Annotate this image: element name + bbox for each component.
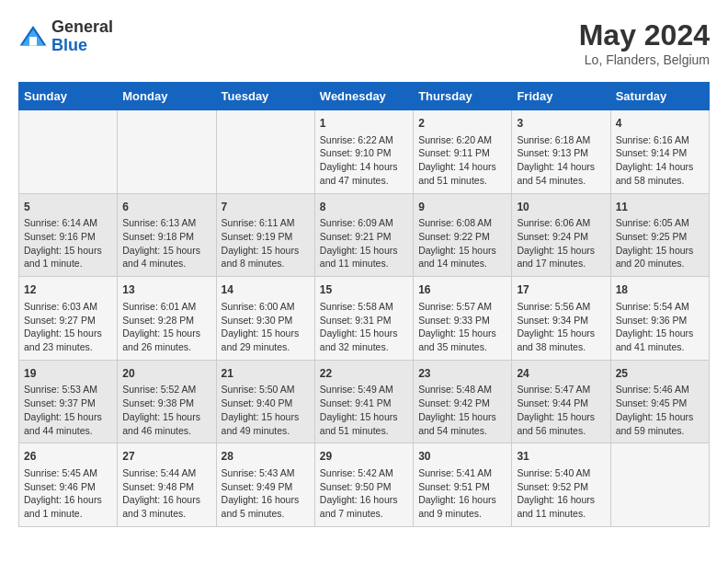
column-header-friday: Friday [512,83,610,110]
day-info-text: Sunset: 9:51 PM [418,480,506,494]
day-info-text: Sunrise: 5:49 AM [320,383,408,396]
day-info-text: Sunset: 9:48 PM [122,480,210,494]
day-number: 30 [418,449,506,465]
day-number: 24 [517,366,605,382]
empty-day-cell [610,443,709,527]
title-block: May 2024 Lo, Flanders, Belgium [579,18,710,67]
day-info-text: Sunrise: 6:11 AM [222,216,310,230]
day-number: 4 [616,116,704,132]
day-info-text: Daylight: 15 hours and 38 minutes. [517,327,605,353]
day-number: 7 [222,200,310,215]
day-number: 17 [517,282,605,298]
day-number: 22 [320,366,408,382]
day-info-text: Sunrise: 5:45 AM [24,466,112,480]
day-info-text: Sunset: 9:46 PM [24,480,112,494]
calendar-day-cell: 13Sunrise: 6:01 AMSunset: 9:28 PMDayligh… [118,277,216,361]
day-info-text: Sunset: 9:16 PM [24,230,112,244]
day-info-text: Sunrise: 5:52 AM [122,383,210,396]
day-info-text: Sunset: 9:40 PM [222,396,310,410]
calendar-day-cell: 27Sunrise: 5:44 AMSunset: 9:48 PMDayligh… [118,443,216,527]
column-header-wednesday: Wednesday [314,83,413,110]
calendar-table: SundayMondayTuesdayWednesdayThursdayFrid… [18,82,710,527]
day-number: 5 [24,200,112,215]
day-info-text: Daylight: 14 hours and 51 minutes. [418,160,506,187]
day-number: 19 [24,366,112,382]
day-info-text: Sunset: 9:30 PM [222,314,310,327]
day-number: 20 [122,366,210,382]
day-info-text: Daylight: 15 hours and 23 minutes. [24,327,112,353]
day-info-text: Sunset: 9:45 PM [616,396,704,410]
day-info-text: Daylight: 15 hours and 26 minutes. [122,327,210,353]
day-info-text: Sunrise: 6:08 AM [418,216,506,230]
calendar-week-row: 26Sunrise: 5:45 AMSunset: 9:46 PMDayligh… [19,443,710,527]
day-info-text: Sunset: 9:14 PM [616,146,704,160]
day-info-text: Sunrise: 5:50 AM [222,383,310,396]
day-info-text: Sunrise: 6:22 AM [320,133,408,147]
day-info-text: Sunrise: 6:18 AM [517,133,605,147]
calendar-day-cell: 21Sunrise: 5:50 AMSunset: 9:40 PMDayligh… [216,360,314,443]
day-info-text: Sunset: 9:10 PM [320,146,408,160]
day-info-text: Daylight: 15 hours and 46 minutes. [122,410,210,437]
empty-day-cell [19,110,118,194]
day-number: 11 [616,200,704,215]
day-info-text: Sunset: 9:11 PM [418,146,506,160]
calendar-day-cell: 29Sunrise: 5:42 AMSunset: 9:50 PMDayligh… [314,443,413,527]
calendar-day-cell: 31Sunrise: 5:40 AMSunset: 9:52 PMDayligh… [512,443,610,527]
day-info-text: Sunset: 9:44 PM [517,396,605,410]
day-number: 16 [418,282,506,298]
calendar-day-cell: 20Sunrise: 5:52 AMSunset: 9:38 PMDayligh… [118,360,216,443]
calendar-day-cell: 10Sunrise: 6:06 AMSunset: 9:24 PMDayligh… [512,193,610,277]
calendar-day-cell: 12Sunrise: 6:03 AMSunset: 9:27 PMDayligh… [19,277,118,361]
day-info-text: Sunset: 9:33 PM [418,314,506,327]
day-info-text: Sunrise: 5:44 AM [122,466,210,480]
day-info-text: Daylight: 15 hours and 20 minutes. [616,244,704,270]
day-info-text: Daylight: 15 hours and 51 minutes. [320,410,408,437]
day-info-text: Sunrise: 6:00 AM [222,300,310,314]
logo-text: General Blue [51,18,113,55]
day-info-text: Daylight: 16 hours and 7 minutes. [320,493,408,520]
day-info-text: Sunset: 9:37 PM [24,396,112,410]
day-info-text: Sunrise: 6:05 AM [616,216,704,230]
logo-icon [18,22,48,52]
calendar-day-cell: 11Sunrise: 6:05 AMSunset: 9:25 PMDayligh… [610,193,709,277]
calendar-day-cell: 8Sunrise: 6:09 AMSunset: 9:21 PMDaylight… [314,193,413,277]
day-number: 18 [616,282,704,298]
day-number: 6 [122,200,210,215]
logo: General Blue [18,18,113,55]
calendar-day-cell: 19Sunrise: 5:53 AMSunset: 9:37 PMDayligh… [19,360,118,443]
day-info-text: Daylight: 14 hours and 58 minutes. [616,160,704,187]
day-number: 9 [418,200,506,215]
calendar-day-cell: 30Sunrise: 5:41 AMSunset: 9:51 PMDayligh… [414,443,512,527]
column-header-saturday: Saturday [610,83,709,110]
logo-blue-text: Blue [51,37,113,55]
calendar-day-cell: 15Sunrise: 5:58 AMSunset: 9:31 PMDayligh… [314,277,413,361]
day-info-text: Sunset: 9:28 PM [122,314,210,327]
day-number: 14 [222,282,310,298]
calendar-day-cell: 3Sunrise: 6:18 AMSunset: 9:13 PMDaylight… [512,110,610,194]
day-info-text: Sunset: 9:42 PM [418,396,506,410]
day-number: 3 [517,116,605,132]
day-info-text: Daylight: 15 hours and 1 minute. [24,244,112,270]
day-info-text: Sunset: 9:38 PM [122,396,210,410]
day-info-text: Sunset: 9:19 PM [222,230,310,244]
day-info-text: Sunset: 9:41 PM [320,396,408,410]
day-number: 28 [222,449,310,465]
day-number: 23 [418,366,506,382]
day-info-text: Daylight: 15 hours and 59 minutes. [616,410,704,437]
calendar-week-row: 1Sunrise: 6:22 AMSunset: 9:10 PMDaylight… [19,110,710,194]
day-info-text: Sunrise: 5:54 AM [616,300,704,314]
day-info-text: Sunset: 9:27 PM [24,314,112,327]
day-info-text: Daylight: 14 hours and 54 minutes. [517,160,605,187]
page-header: General Blue May 2024 Lo, Flanders, Belg… [18,18,710,67]
day-info-text: Sunrise: 6:14 AM [24,216,112,230]
day-info-text: Daylight: 15 hours and 44 minutes. [24,410,112,437]
calendar-day-cell: 23Sunrise: 5:48 AMSunset: 9:42 PMDayligh… [414,360,512,443]
day-info-text: Sunrise: 5:58 AM [320,300,408,314]
day-info-text: Daylight: 16 hours and 11 minutes. [517,493,605,520]
day-info-text: Sunset: 9:13 PM [517,146,605,160]
day-info-text: Daylight: 15 hours and 54 minutes. [418,410,506,437]
day-number: 10 [517,200,605,215]
day-info-text: Sunrise: 5:47 AM [517,383,605,396]
day-info-text: Sunrise: 5:48 AM [418,383,506,396]
day-number: 27 [122,449,210,465]
